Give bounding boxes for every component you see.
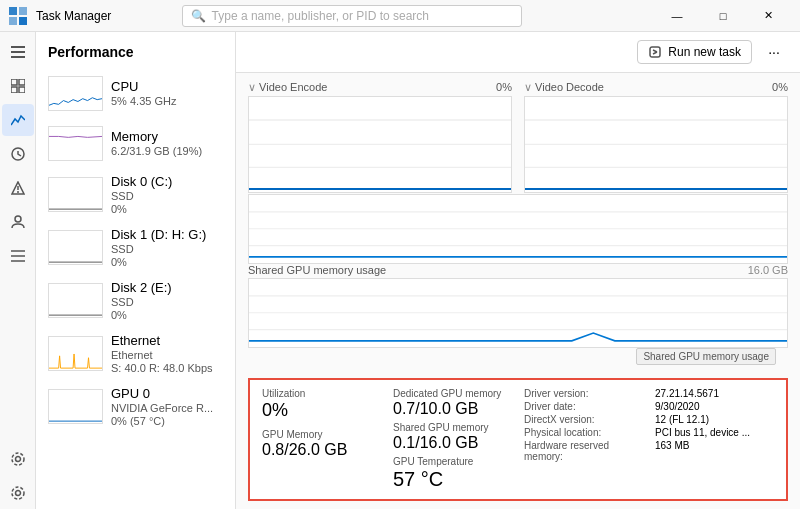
window-controls: — □ ✕	[654, 0, 792, 32]
panel-header: Performance	[36, 40, 235, 68]
utilization-label: Utilization	[262, 388, 381, 399]
disk0-title: Disk 0 (C:)	[111, 174, 223, 189]
icon-sidebar	[0, 32, 36, 509]
video-decode-section: ∨ Video Decode 0%	[524, 81, 788, 176]
disk0-spark-graph	[48, 177, 103, 212]
video-encode-chart	[248, 96, 512, 193]
driver-date-value: 9/30/2020	[655, 401, 700, 412]
main-toolbar: Run new task ···	[236, 32, 800, 73]
driver-version-label: Driver version:	[524, 388, 644, 399]
gpu0-spark-graph	[48, 389, 103, 424]
memory-subtitle: 6.2/31.9 GB (19%)	[111, 145, 223, 157]
hw-reserved-label: Hardware reserved memory:	[524, 440, 644, 462]
disk1-spark-graph	[48, 230, 103, 265]
shared-label: Shared GPU memory usage	[248, 264, 386, 276]
panel-item-disk1[interactable]: Disk 1 (D: H: G:) SSD 0%	[36, 221, 235, 274]
svg-rect-4	[11, 46, 25, 48]
directx-value: 12 (FL 12.1)	[655, 414, 709, 425]
users-icon[interactable]	[2, 206, 34, 238]
shared-stat-value: 0.1/16.0 GB	[393, 434, 512, 452]
gpu0-sub1: NVIDIA GeForce R...	[111, 402, 223, 414]
performance-icon[interactable]	[2, 104, 34, 136]
minimize-button[interactable]: —	[654, 0, 700, 32]
dedicated-stat-value: 0.7/10.0 GB	[393, 400, 512, 418]
memory-title: Memory	[111, 129, 223, 144]
top-charts-row: ∨ Video Encode 0%	[248, 81, 788, 176]
svg-rect-9	[11, 87, 17, 93]
disk2-spark-graph	[48, 283, 103, 318]
gpu-charts-area: ∨ Video Encode 0%	[236, 73, 800, 374]
panel-item-ethernet[interactable]: Ethernet Ethernet S: 40.0 R: 48.0 Kbps	[36, 327, 235, 380]
svg-rect-8	[19, 79, 25, 85]
col-driver-labels: Driver version: Driver date: DirectX ver…	[524, 388, 643, 491]
search-box[interactable]: 🔍 Type a name, publisher, or PID to sear…	[182, 5, 522, 27]
disk2-sub2: 0%	[111, 309, 223, 321]
svg-rect-10	[19, 87, 25, 93]
svg-point-20	[12, 453, 24, 465]
video-decode-pct: 0%	[772, 81, 788, 94]
shared-chart	[248, 278, 788, 348]
cpu-spark-graph	[48, 76, 103, 111]
physical-label: Physical location:	[524, 427, 644, 438]
col-utilization: Utilization 0% GPU Memory 0.8/26.0 GB	[262, 388, 381, 491]
run-new-task-button[interactable]: Run new task	[637, 40, 752, 64]
startup-icon[interactable]	[2, 172, 34, 204]
stats-box: Utilization 0% GPU Memory 0.8/26.0 GB De…	[248, 378, 788, 501]
temp-label: GPU Temperature	[393, 456, 512, 467]
bottom-settings-icon[interactable]	[2, 477, 34, 509]
panel-item-gpu0[interactable]: GPU 0 NVIDIA GeForce R... 0% (57 °C)	[36, 380, 235, 433]
bottom-badge-container: Shared GPU memory usage	[248, 348, 788, 369]
ethernet-sub2: S: 40.0 R: 48.0 Kbps	[111, 362, 223, 374]
gpu-memory-value: 0.8/26.0 GB	[262, 441, 381, 459]
ethernet-title: Ethernet	[111, 333, 223, 348]
panel-item-disk2[interactable]: Disk 2 (E:) SSD 0%	[36, 274, 235, 327]
hw-reserved-value: 163 MB	[655, 440, 689, 451]
driver-version-value: 27.21.14.5671	[655, 388, 719, 399]
svg-point-19	[15, 457, 20, 462]
utilization-value: 0%	[262, 400, 381, 421]
svg-point-15	[15, 216, 21, 222]
shared-max: 16.0 GB	[748, 264, 788, 276]
cpu-subtitle: 5% 4.35 GHz	[111, 95, 223, 107]
gpu-memory-label: GPU Memory	[262, 429, 381, 440]
bottom-badge: Shared GPU memory usage	[636, 348, 776, 365]
ethernet-sub1: Ethernet	[111, 349, 223, 361]
panel-item-memory[interactable]: Memory 6.2/31.9 GB (19%)	[36, 118, 235, 168]
video-encode-label: ∨ Video Encode	[248, 81, 327, 94]
close-button[interactable]: ✕	[746, 0, 792, 32]
panel-item-cpu[interactable]: CPU 5% 4.35 GHz	[36, 68, 235, 118]
video-encode-pct: 0%	[496, 81, 512, 94]
svg-rect-23	[650, 47, 660, 57]
shared-stat-label: Shared GPU memory	[393, 422, 512, 433]
disk1-title: Disk 1 (D: H: G:)	[111, 227, 223, 242]
cpu-title: CPU	[111, 79, 223, 94]
main-content: Run new task ··· ∨ Video Encode 0%	[236, 32, 800, 509]
disk2-title: Disk 2 (E:)	[111, 280, 223, 295]
panel-item-disk0[interactable]: Disk 0 (C:) SSD 0%	[36, 168, 235, 221]
disk0-sub2: 0%	[111, 203, 223, 215]
dedicated-chart	[248, 194, 788, 264]
menu-toggle-button[interactable]	[2, 36, 34, 68]
memory-spark-graph	[48, 126, 103, 161]
video-decode-chart	[524, 96, 788, 193]
svg-rect-6	[11, 56, 25, 58]
svg-rect-3	[19, 17, 27, 25]
more-options-button[interactable]: ···	[760, 38, 788, 66]
details-icon[interactable]	[2, 240, 34, 272]
shared-gpu-section: Shared GPU memory usage 16.0 GB	[248, 264, 788, 344]
video-encode-section: ∨ Video Encode 0%	[248, 81, 512, 176]
svg-point-22	[12, 487, 24, 499]
processes-icon[interactable]	[2, 70, 34, 102]
settings-icon[interactable]	[2, 443, 34, 475]
video-decode-label: ∨ Video Decode	[524, 81, 604, 94]
history-icon[interactable]	[2, 138, 34, 170]
gpu0-sub2: 0% (57 °C)	[111, 415, 223, 427]
svg-point-14	[17, 191, 19, 193]
search-placeholder: Type a name, publisher, or PID to search	[212, 9, 429, 23]
run-new-task-label: Run new task	[668, 45, 741, 59]
driver-date-label: Driver date:	[524, 401, 644, 412]
disk1-sub1: SSD	[111, 243, 223, 255]
svg-rect-7	[11, 79, 17, 85]
dedicated-stat-label: Dedicated GPU memory	[393, 388, 512, 399]
maximize-button[interactable]: □	[700, 0, 746, 32]
